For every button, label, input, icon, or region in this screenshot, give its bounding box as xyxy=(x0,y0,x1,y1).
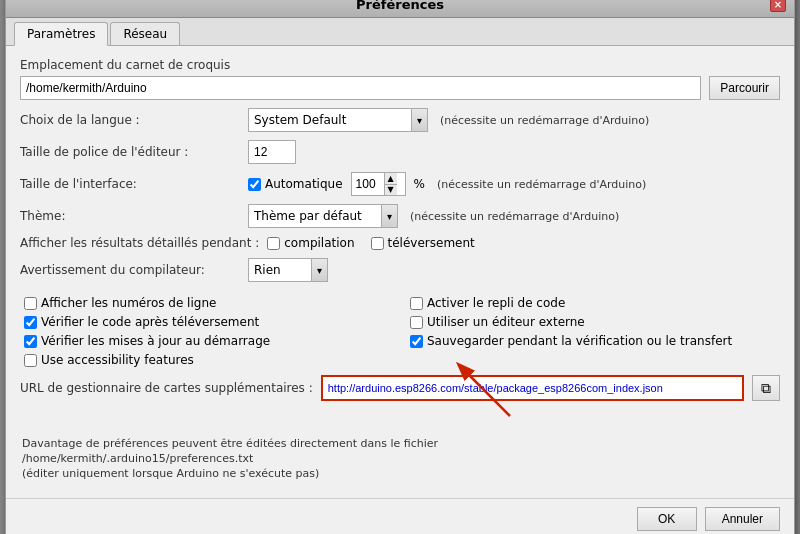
interface-label: Taille de l'interface: xyxy=(20,177,240,191)
spinner-arrows: ▲ ▼ xyxy=(384,173,397,195)
external-editor-label: Utiliser un éditeur externe xyxy=(427,315,585,329)
compiler-warning-select: Rien ▾ xyxy=(248,258,328,282)
language-note: (nécessite un redémarrage d'Arduino) xyxy=(440,114,649,127)
url-label: URL de gestionnaire de cartes supplément… xyxy=(20,381,313,395)
spinner-down[interactable]: ▼ xyxy=(385,185,397,196)
theme-row: Thème: Thème par défaut ▾ (nécessite un … xyxy=(20,204,780,228)
tab-parametres[interactable]: Paramètres xyxy=(14,22,108,46)
code-folding-checkbox[interactable] xyxy=(410,297,423,310)
results-label: Afficher les résultats détaillés pendant… xyxy=(20,236,259,250)
checkbox-check-updates[interactable]: Vérifier les mises à jour au démarrage xyxy=(24,334,390,348)
language-row: Choix de la langue : System Default ▾ (n… xyxy=(20,108,780,132)
results-row: Afficher les résultats détaillés pendant… xyxy=(20,236,780,250)
copy-url-button[interactable]: ⧉ xyxy=(752,375,780,401)
cancel-button[interactable]: Annuler xyxy=(705,507,780,531)
save-verify-label: Sauvegarder pendant la vérification ou l… xyxy=(427,334,732,348)
compiler-warning-label: Avertissement du compilateur: xyxy=(20,263,240,277)
checkbox-save-verify[interactable]: Sauvegarder pendant la vérification ou l… xyxy=(410,334,776,348)
language-value: System Default xyxy=(249,110,411,130)
sketchbook-label: Emplacement du carnet de croquis xyxy=(20,58,780,72)
checkbox-line-numbers[interactable]: Afficher les numéros de ligne xyxy=(24,296,390,310)
compilation-checkbox[interactable] xyxy=(267,237,280,250)
preferences-dialog: Préférences × Paramètres Réseau Emplacem… xyxy=(5,0,795,534)
interface-row: Taille de l'interface: Automatique ▲ ▼ %… xyxy=(20,172,780,196)
sketchbook-row: Parcourir xyxy=(20,76,780,100)
title-bar: Préférences × xyxy=(6,0,794,18)
info-line1: Davantage de préférences peuvent être éd… xyxy=(20,437,780,450)
language-label: Choix de la langue : xyxy=(20,113,240,127)
theme-dropdown-arrow[interactable]: ▾ xyxy=(381,205,397,227)
save-verify-checkbox[interactable] xyxy=(410,335,423,348)
tab-reseau[interactable]: Réseau xyxy=(110,22,180,45)
compilation-label: compilation xyxy=(284,236,354,250)
checkbox-external-editor[interactable]: Utiliser un éditeur externe xyxy=(410,315,776,329)
compilation-checkbox-label[interactable]: compilation xyxy=(267,236,354,250)
url-input[interactable] xyxy=(323,380,742,396)
check-updates-checkbox[interactable] xyxy=(24,335,37,348)
verify-upload-label: Vérifier le code après téléversement xyxy=(41,315,259,329)
upload-checkbox[interactable] xyxy=(371,237,384,250)
browse-button[interactable]: Parcourir xyxy=(709,76,780,100)
ok-button[interactable]: OK xyxy=(637,507,697,531)
upload-label: téléversement xyxy=(388,236,475,250)
tab-bar: Paramètres Réseau xyxy=(6,18,794,46)
auto-label: Automatique xyxy=(265,177,343,191)
theme-label: Thème: xyxy=(20,209,240,223)
info-line3: (éditer uniquement lorsque Arduino ne s'… xyxy=(20,467,780,480)
close-button[interactable]: × xyxy=(770,0,786,12)
interface-spinner: ▲ ▼ xyxy=(351,172,406,196)
dialog-title: Préférences xyxy=(30,0,770,12)
checkbox-accessibility[interactable]: Use accessibility features xyxy=(24,353,390,367)
dialog-footer: OK Annuler xyxy=(6,498,794,534)
url-row: URL de gestionnaire de cartes supplément… xyxy=(20,375,780,401)
compiler-warning-row: Avertissement du compilateur: Rien ▾ xyxy=(20,258,780,282)
compiler-warning-arrow[interactable]: ▾ xyxy=(311,259,327,281)
checkbox-verify-upload[interactable]: Vérifier le code après téléversement xyxy=(24,315,390,329)
check-updates-label: Vérifier les mises à jour au démarrage xyxy=(41,334,270,348)
copy-icon: ⧉ xyxy=(761,380,771,397)
sketchbook-input[interactable] xyxy=(20,76,701,100)
compiler-warning-value: Rien xyxy=(249,260,311,280)
interface-percent-input[interactable] xyxy=(352,175,384,193)
percent-symbol: % xyxy=(414,177,425,191)
language-select-wrapper: System Default ▾ xyxy=(248,108,428,132)
url-input-wrapper xyxy=(321,375,744,401)
auto-checkbox[interactable] xyxy=(248,178,261,191)
theme-select-wrapper: Thème par défaut ▾ xyxy=(248,204,398,228)
auto-checkbox-label[interactable]: Automatique xyxy=(248,177,343,191)
checkbox-code-folding[interactable]: Activer le repli de code xyxy=(410,296,776,310)
theme-note: (nécessite un redémarrage d'Arduino) xyxy=(410,210,619,223)
accessibility-label: Use accessibility features xyxy=(41,353,194,367)
external-editor-checkbox[interactable] xyxy=(410,316,423,329)
font-size-input[interactable] xyxy=(248,140,296,164)
line-numbers-label: Afficher les numéros de ligne xyxy=(41,296,216,310)
spinner-up[interactable]: ▲ xyxy=(385,173,397,185)
checkboxes-grid: Afficher les numéros de ligne Activer le… xyxy=(20,296,780,367)
theme-value: Thème par défaut xyxy=(249,206,381,226)
font-size-row: Taille de police de l'éditeur : xyxy=(20,140,780,164)
font-size-label: Taille de police de l'éditeur : xyxy=(20,145,240,159)
verify-upload-checkbox[interactable] xyxy=(24,316,37,329)
code-folding-label: Activer le repli de code xyxy=(427,296,565,310)
main-content: Emplacement du carnet de croquis Parcour… xyxy=(6,46,794,494)
interface-note: (nécessite un redémarrage d'Arduino) xyxy=(437,178,646,191)
line-numbers-checkbox[interactable] xyxy=(24,297,37,310)
language-dropdown-arrow[interactable]: ▾ xyxy=(411,109,427,131)
upload-checkbox-label[interactable]: téléversement xyxy=(371,236,475,250)
accessibility-checkbox[interactable] xyxy=(24,354,37,367)
info-line2: /home/kermith/.arduino15/preferences.txt xyxy=(20,452,780,465)
url-section: URL de gestionnaire de cartes supplément… xyxy=(20,375,780,401)
